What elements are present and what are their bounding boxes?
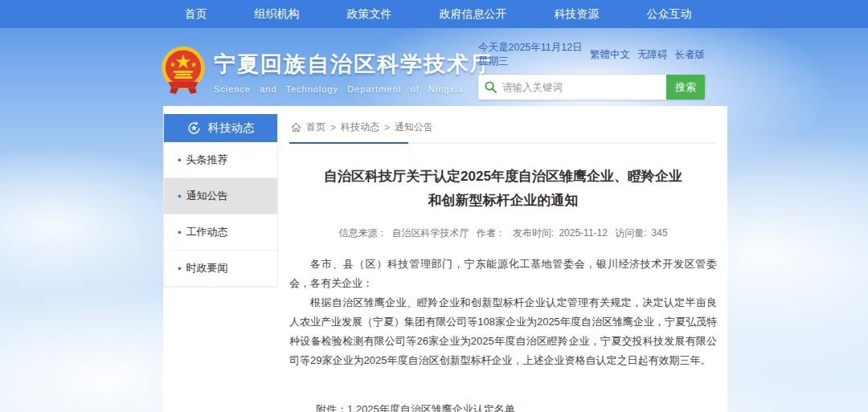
article-title-line2: 和创新型标杆企业的通知 [428,193,579,208]
meta-author-label: 作者： [477,227,506,239]
site-title: 宁夏回族自治区科学技术厅 [214,50,493,79]
meta-publish-date: 2025-11-12 [559,227,608,239]
bullet-icon: • [178,263,182,275]
search-box [478,75,666,100]
nav-item-gov-info[interactable]: 政府信息公开 [440,7,507,22]
sidebar-item-work-news[interactable]: • 工作动态 [164,214,277,251]
breadcrumb-separator: > [384,122,390,133]
attachments-block: 附件： 1.2025年度自治区雏鹰企业认定名单 2.2025年度自治区瞪羚企业认… [316,399,717,412]
breadcrumb-notices[interactable]: 通知公告 [395,120,433,134]
current-date: 今天是2025年11月12日 星期三 [478,41,590,68]
article-title-line1: 自治区科技厅关于认定2025年度自治区雏鹰企业、瞪羚企业 [324,169,682,184]
article-body: 各市、县（区）科技管理部门，宁东能源化工基地管委会，银川经济技术开发区管委会，各… [289,255,717,370]
site-brand: 宁夏回族自治区科学技术厅 Science and Technology Depa… [161,46,493,97]
site-title-block: 宁夏回族自治区科学技术厅 Science and Technology Depa… [214,50,493,94]
search-input[interactable] [502,82,660,93]
breadcrumb-tech-news[interactable]: 科技动态 [341,120,379,134]
breadcrumb-home[interactable]: 首页 [306,120,326,134]
sidebar-item-label: 头条推荐 [186,153,228,167]
bullet-icon: • [178,226,182,239]
nav-item-organization[interactable]: 组织机构 [255,7,300,22]
meta-publish-label: 发布时间: [513,227,554,239]
sidebar-title: 科技动态 [208,120,255,136]
article-paragraph: 各市、县（区）科技管理部门，宁东能源化工基地管委会，银川经济技术开发区管委会，各… [289,255,717,293]
main-content: 首页 > 科技动态 > 通知公告 自治区科技厅关于认定2025年度自治区雏鹰企业… [289,114,717,412]
sidebar-item-headlines[interactable]: • 头条推荐 [164,142,277,178]
utility-links: 繁體中文 无障碍 长者版 [590,48,705,62]
tech-news-icon [187,121,201,135]
bullet-icon: • [178,190,182,202]
sidebar: 科技动态 • 头条推荐 • 通知公告 • 工作动态 • 时政要闻 [163,114,278,288]
top-nav-items: 首页 组织机构 政策文件 政府信息公开 科技资源 公众互动 [161,7,715,22]
breadcrumb-separator: > [330,122,336,133]
sidebar-header: 科技动态 [164,114,277,142]
attachments-label: 附件： [316,399,347,412]
site-subtitle: Science and Technology Department of Nin… [214,84,493,94]
search-icon [485,81,497,93]
header-utilities: 今天是2025年11月12日 星期三 繁體中文 无障碍 长者版 搜索 [478,41,705,100]
sidebar-item-label: 通知公告 [186,189,228,203]
search-bar: 搜索 [478,75,705,100]
meta-source-value: 自治区科学技术厅 [391,227,469,239]
article-meta: 信息来源：自治区科学技术厅 作者： 发布时间:2025-11-12 访问量:34… [289,226,717,240]
meta-views-value: 345 [652,227,668,239]
article-paragraph: 根据自治区雏鹰企业、瞪羚企业和创新型标杆企业认定管理有关规定，决定认定半亩良人农… [289,293,717,370]
sidebar-item-notices[interactable]: • 通知公告 [164,178,277,214]
home-icon [291,122,301,133]
sidebar-item-label: 工作动态 [186,225,228,239]
nav-item-home[interactable]: 首页 [185,7,207,22]
link-traditional-chinese[interactable]: 繁體中文 [590,48,630,62]
breadcrumb: 首页 > 科技动态 > 通知公告 [289,114,717,144]
attachments-list: 1.2025年度自治区雏鹰企业认定名单 2.2025年度自治区瞪羚企业认定名单 … [347,399,547,412]
meta-views-label: 访问量: [615,227,646,239]
nav-item-interaction[interactable]: 公众互动 [647,7,692,22]
nav-item-policy[interactable]: 政策文件 [347,7,392,22]
link-elder-version[interactable]: 长者版 [675,48,706,62]
bullet-icon: • [178,154,182,166]
article-title: 自治区科技厅关于认定2025年度自治区雏鹰企业、瞪羚企业 和创新型标杆企业的通知 [289,165,717,213]
attachment-link-1[interactable]: 1.2025年度自治区雏鹰企业认定名单 [347,399,547,412]
nav-item-resources[interactable]: 科技资源 [555,7,600,22]
meta-source-label: 信息来源： [338,227,387,239]
utility-row: 今天是2025年11月12日 星期三 繁體中文 无障碍 长者版 [478,41,705,68]
link-accessibility[interactable]: 无障碍 [637,48,668,62]
top-nav: 首页 组织机构 政策文件 政府信息公开 科技资源 公众互动 [0,0,868,28]
search-button[interactable]: 搜索 [666,75,705,100]
sidebar-item-politics-news[interactable]: • 时政要闻 [164,251,277,287]
national-emblem-logo [161,46,206,97]
sidebar-item-label: 时政要闻 [186,261,228,275]
content-wrapper: 科技动态 • 头条推荐 • 通知公告 • 工作动态 • 时政要闻 首页 > 科技… [163,106,727,412]
